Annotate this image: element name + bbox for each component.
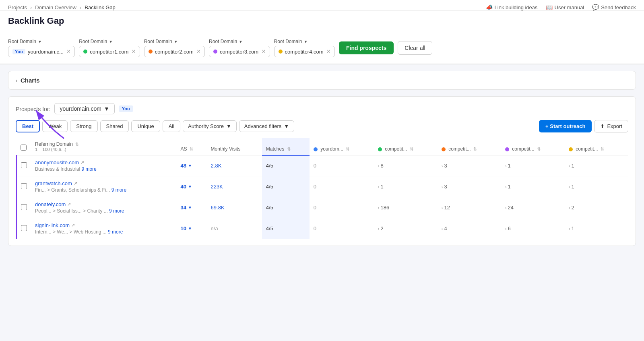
external-link-icon: ↗ <box>74 181 77 186</box>
domain-link-1[interactable]: anonymousite.com ↗ <box>35 159 172 165</box>
sort-icon-c1: ⇅ <box>410 147 413 151</box>
td-domain-3: donately.com ↗ Peopl... > Social Iss... … <box>31 197 176 218</box>
td-visits-2: 223K <box>207 176 262 197</box>
breadcrumb-domain-overview[interactable]: Domain Overview <box>35 4 76 10</box>
select-all-checkbox[interactable] <box>21 145 27 151</box>
user-manual-link[interactable]: 📖 User manual <box>546 4 584 10</box>
prospects-table: Referring Domain ⇅ 1 – 100 (40,6...) AS … <box>16 138 628 239</box>
category-text-2: Fin... > Grants, Scholarships & Fi... 9 … <box>35 187 172 193</box>
sort-icon-yd: ⇅ <box>346 147 349 151</box>
sort-icon-c2: ⇅ <box>473 147 477 151</box>
breadcrumb-current: Backlink Gap <box>85 4 116 10</box>
external-link-icon: ↗ <box>80 160 84 165</box>
row-checkbox[interactable] <box>21 204 27 210</box>
tab-weak[interactable]: Weak <box>42 120 68 132</box>
close-icon-you[interactable]: × <box>67 48 70 55</box>
td-domain-2: grantwatch.com ↗ Fin... > Grants, Schola… <box>31 176 176 197</box>
domain-link-2[interactable]: grantwatch.com ↗ <box>35 180 172 186</box>
td-c2-2: › 3 <box>438 176 501 197</box>
th-c1: competit... ⇅ <box>374 138 438 155</box>
tab-strong[interactable]: Strong <box>70 120 97 132</box>
close-icon-c4[interactable]: × <box>327 48 330 55</box>
close-icon-c2[interactable]: × <box>197 48 200 55</box>
th-as: AS ⇅ <box>176 138 206 155</box>
prospects-table-wrapper: Referring Domain ⇅ 1 – 100 (40,6...) AS … <box>16 138 628 239</box>
more-categories-link[interactable]: 9 more <box>108 229 123 235</box>
td-matches-3: 4/5 <box>262 197 310 218</box>
td-c3-2: › 1 <box>501 176 565 197</box>
domain-group-c1: Root Domain ▼ competitor1.com × <box>79 39 140 57</box>
domain-tag-c1: competitor1.com × <box>79 46 140 57</box>
chevron-down-icon: ▼ <box>109 39 113 44</box>
more-categories-link[interactable]: 9 more <box>109 208 124 214</box>
select-all-header <box>17 138 31 155</box>
find-prospects-button[interactable]: Find prospects <box>339 41 394 54</box>
row-checkbox[interactable] <box>21 162 27 168</box>
domain-label-c3[interactable]: Root Domain ▼ <box>209 39 270 44</box>
domain-label-c1[interactable]: Root Domain ▼ <box>79 39 140 44</box>
dot-icon-c4 <box>279 50 283 54</box>
domain-label-c4[interactable]: Root Domain ▼ <box>274 39 335 44</box>
table-row: grantwatch.com ↗ Fin... > Grants, Schola… <box>17 176 629 197</box>
external-link-icon: ↗ <box>71 223 75 228</box>
authority-score-filter[interactable]: Authority Score ▼ <box>183 120 237 132</box>
domain-bar: Root Domain ▼ You yourdomain.c... × Root… <box>0 32 644 64</box>
td-c1-3: › 186 <box>374 197 438 218</box>
more-categories-link[interactable]: 9 more <box>81 166 96 172</box>
sort-icon-c3: ⇅ <box>537 147 541 151</box>
chevron-down-icon: ▼ <box>239 39 243 44</box>
chevron-icon: ▼ <box>188 163 192 168</box>
td-c1-4: › 2 <box>374 218 438 239</box>
start-outreach-button[interactable]: + Start outreach <box>539 120 592 132</box>
row-checkbox[interactable] <box>21 183 27 189</box>
upload-icon: ⬆ <box>600 123 605 129</box>
tab-best[interactable]: Best <box>16 120 40 132</box>
tab-all[interactable]: All <box>163 120 180 132</box>
tab-unique[interactable]: Unique <box>131 120 160 132</box>
more-categories-link[interactable]: 9 more <box>111 187 126 193</box>
page-title: Backlink Gap <box>8 16 636 26</box>
charts-section[interactable]: › Charts <box>8 71 636 90</box>
link-building-ideas-link[interactable]: 📣 Link building ideas <box>486 4 538 10</box>
td-c3-4: › 6 <box>501 218 565 239</box>
advanced-filters-dropdown[interactable]: Advanced filters ▼ <box>239 120 294 132</box>
td-as-2: 40 ▼ <box>176 176 206 197</box>
external-link-icon: ↗ <box>67 202 71 207</box>
domain-label-you[interactable]: Root Domain ▼ <box>8 39 75 44</box>
td-as-1: 48 ▼ <box>176 155 206 176</box>
book-icon: 📖 <box>546 4 553 10</box>
clear-all-button[interactable]: Clear all <box>398 41 432 55</box>
domain-tag-c2: competitor2.com × <box>144 46 205 57</box>
th-yourdomain: yourdom... ⇅ <box>310 138 374 155</box>
td-c3-3: › 24 <box>501 197 565 218</box>
td-yd-2: 0 <box>310 176 374 197</box>
dot-icon-c1 <box>83 50 87 54</box>
breadcrumb: Projects › Domain Overview › Backlink Ga… <box>8 4 116 10</box>
td-c4-3: › 2 <box>565 197 628 218</box>
export-button[interactable]: ⬆ Export <box>594 120 628 132</box>
row-checkbox[interactable] <box>21 225 27 231</box>
close-icon-c3[interactable]: × <box>262 48 265 55</box>
chevron-down-icon: ▼ <box>226 123 231 129</box>
filter-tabs-bar: Best Weak Strong Shared Unique All Autho… <box>16 120 628 132</box>
th-c4: competit... ⇅ <box>565 138 628 155</box>
domain-label-c2[interactable]: Root Domain ▼ <box>144 39 205 44</box>
td-yd-1: 0 <box>310 155 374 176</box>
send-feedback-link[interactable]: 💬 Send feedback <box>592 4 636 10</box>
charts-label: Charts <box>21 77 40 84</box>
prospects-domain-select[interactable]: yourdomain.com ▼ <box>54 103 114 114</box>
close-icon-c1[interactable]: × <box>132 48 135 55</box>
prospects-section: Prospects for: yourdomain.com ▼ You Best… <box>8 96 636 246</box>
chevron-down-icon: ▼ <box>304 39 308 44</box>
breadcrumb-projects[interactable]: Projects <box>8 4 27 10</box>
domain-link-3[interactable]: donately.com ↗ <box>35 201 172 207</box>
domain-group-c4: Root Domain ▼ competitor4.com × <box>274 39 335 57</box>
domain-link-4[interactable]: signin-link.com ↗ <box>35 222 172 228</box>
tab-shared[interactable]: Shared <box>100 120 129 132</box>
th-c3: competit... ⇅ <box>501 138 565 155</box>
domain-group-c3: Root Domain ▼ competitor3.com × <box>209 39 270 57</box>
td-domain-4: signin-link.com ↗ Intern... > We... > We… <box>31 218 176 239</box>
sort-icon: ⇅ <box>75 142 79 147</box>
category-text-1: Business & Industrial 9 more <box>35 166 172 172</box>
td-matches-1: 4/5 <box>262 155 310 176</box>
